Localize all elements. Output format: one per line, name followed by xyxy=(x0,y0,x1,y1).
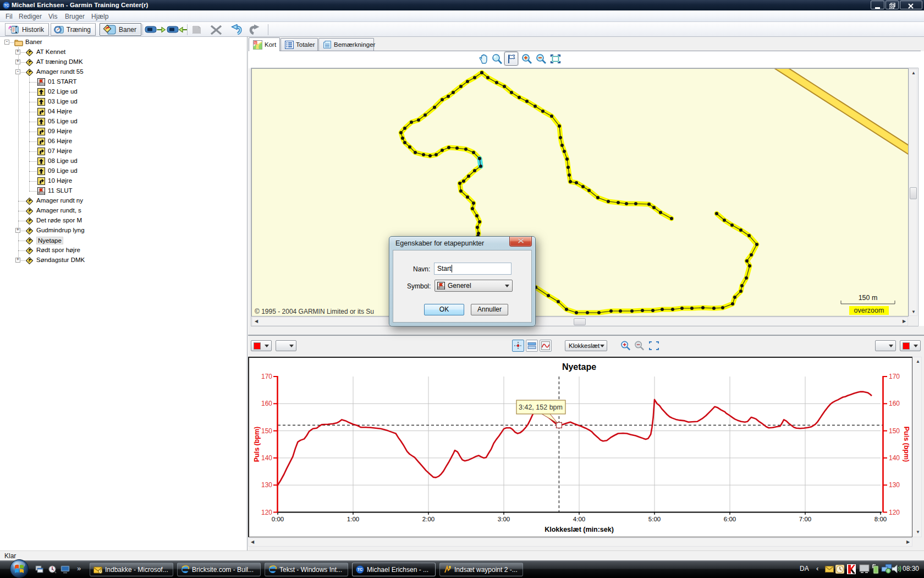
svg-text:overzoom: overzoom xyxy=(854,307,884,314)
svg-text:170: 170 xyxy=(889,373,900,380)
svg-text:130: 130 xyxy=(261,481,272,489)
svg-text:2:00: 2:00 xyxy=(422,516,435,522)
svg-text:170: 170 xyxy=(261,373,272,380)
svg-text:0:00: 0:00 xyxy=(272,516,284,522)
svg-text:© 1995 - 2004 GARMIN Limited o: © 1995 - 2004 GARMIN Limited or its Su xyxy=(255,308,374,315)
svg-text:Nyetape: Nyetape xyxy=(562,362,596,372)
svg-text:130: 130 xyxy=(889,481,900,489)
svg-text:120: 120 xyxy=(889,509,900,516)
svg-text:150: 150 xyxy=(889,427,900,435)
svg-text:3:42, 152 bpm: 3:42, 152 bpm xyxy=(519,403,563,411)
svg-text:140: 140 xyxy=(261,454,272,462)
svg-text:3:00: 3:00 xyxy=(498,516,510,522)
svg-text:160: 160 xyxy=(261,400,272,407)
svg-text:150 m: 150 m xyxy=(859,294,878,302)
svg-text:1:00: 1:00 xyxy=(347,516,359,522)
svg-text:4:00: 4:00 xyxy=(573,516,585,522)
svg-text:140: 140 xyxy=(889,454,900,462)
svg-text:160: 160 xyxy=(889,400,900,407)
svg-text:TC: TC xyxy=(358,568,362,571)
svg-text:Puls (bpm): Puls (bpm) xyxy=(903,427,910,462)
svg-text:Klokkeslæt (min:sek): Klokkeslæt (min:sek) xyxy=(544,526,614,533)
svg-text:120: 120 xyxy=(261,509,272,516)
svg-text:7:00: 7:00 xyxy=(799,516,811,522)
svg-text:8:00: 8:00 xyxy=(875,516,887,522)
svg-text:N: N xyxy=(255,41,257,44)
svg-text:TC: TC xyxy=(4,3,9,7)
svg-text:5:00: 5:00 xyxy=(648,516,661,522)
svg-text:Puls (bpm): Puls (bpm) xyxy=(253,427,261,462)
svg-text:6:00: 6:00 xyxy=(724,516,736,522)
svg-text:150: 150 xyxy=(261,427,272,435)
